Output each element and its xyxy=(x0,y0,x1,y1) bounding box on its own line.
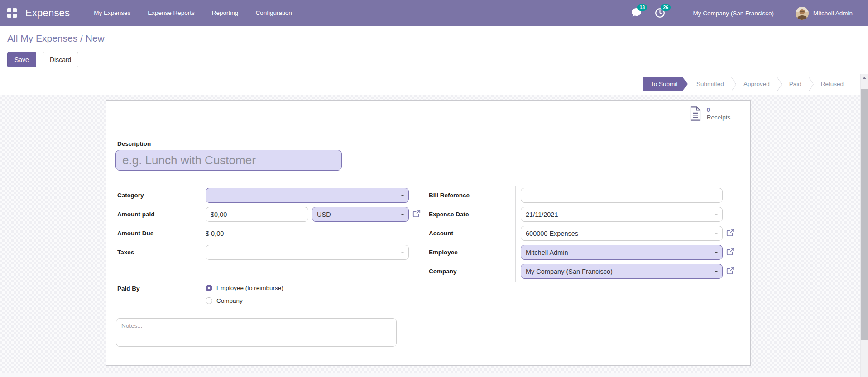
apps-grid-icon[interactable] xyxy=(7,8,17,18)
receipts-label: Receipts xyxy=(707,114,731,121)
breadcrumb-separator: / xyxy=(77,33,86,43)
status-step-approved[interactable]: Approved xyxy=(737,81,777,87)
paid-by-options: Employee (to reimburse) Company xyxy=(206,285,283,310)
vertical-scrollbar[interactable] xyxy=(860,74,868,377)
chevron-down-icon xyxy=(401,252,404,255)
messages-badge: 13 xyxy=(637,4,647,11)
bill-reference-row: Bill Reference xyxy=(429,188,723,203)
category-row: Category xyxy=(117,188,409,203)
currency-select[interactable]: USD xyxy=(312,207,409,222)
nav-item-reporting[interactable]: Reporting xyxy=(203,0,247,26)
taxes-row: Taxes xyxy=(117,245,409,260)
employee-label: Employee xyxy=(429,249,521,256)
account-select[interactable]: 600000 Expenses xyxy=(521,226,723,241)
employee-select[interactable]: Mitchell Admin xyxy=(521,245,723,260)
breadcrumb-parent[interactable]: All My Expenses xyxy=(7,33,77,43)
company-external-link-icon[interactable] xyxy=(726,267,734,277)
employee-external-link-icon[interactable] xyxy=(726,248,734,258)
taxes-select[interactable] xyxy=(206,245,409,260)
account-row: Account 600000 Expenses xyxy=(429,226,734,241)
description-label: Description xyxy=(117,140,151,147)
navbar-right-cluster: 13 26 My Company (San Francisco) xyxy=(619,7,853,20)
currency-value: USD xyxy=(317,211,331,218)
notes-textarea[interactable] xyxy=(116,318,397,347)
status-step-paid[interactable]: Paid xyxy=(782,81,808,87)
status-step-submitted[interactable]: Submitted xyxy=(690,81,731,87)
status-pipeline: To Submit Submitted Approved Paid Refuse… xyxy=(0,74,860,94)
amount-paid-row: Amount paid USD xyxy=(117,207,421,222)
radio-option-employee[interactable]: Employee (to reimburse) xyxy=(206,285,283,291)
action-buttons: Save Discard xyxy=(7,52,78,67)
amount-due-value: $ 0,00 xyxy=(206,230,224,237)
category-label: Category xyxy=(117,192,206,199)
account-label: Account xyxy=(429,230,521,237)
currency-external-link-icon[interactable] xyxy=(412,210,421,220)
radio-option-company[interactable]: Company xyxy=(206,297,283,304)
category-select[interactable] xyxy=(206,188,409,203)
employee-row: Employee Mitchell Admin xyxy=(429,245,734,260)
nav-item-configuration[interactable]: Configuration xyxy=(247,0,300,26)
expense-date-row: Expense Date 21/11/2021 xyxy=(429,207,723,222)
messages-icon[interactable]: 13 xyxy=(631,8,643,19)
breadcrumb-current: New xyxy=(86,33,105,43)
radio-selected-icon xyxy=(206,285,212,291)
user-menu[interactable]: Mitchell Admin xyxy=(813,10,853,17)
receipts-count: 0 xyxy=(707,106,731,113)
receipts-stat-button[interactable]: 0 Receipts xyxy=(669,101,750,126)
app-title[interactable]: Expenses xyxy=(25,7,70,19)
save-button[interactable]: Save xyxy=(7,52,36,67)
company-switcher[interactable]: My Company (San Francisco) xyxy=(693,10,774,17)
status-step-to-submit[interactable]: To Submit xyxy=(643,77,688,91)
activities-icon[interactable]: 26 xyxy=(655,8,667,19)
amount-due-row: Amount Due $ 0,00 xyxy=(117,226,224,241)
chevron-down-icon xyxy=(715,233,718,236)
radio-unselected-icon xyxy=(206,297,212,304)
amount-paid-label: Amount paid xyxy=(117,211,206,218)
content-bottom-strip xyxy=(0,373,860,377)
bill-reference-label: Bill Reference xyxy=(429,192,521,199)
activities-badge: 26 xyxy=(661,4,671,11)
bill-reference-input[interactable] xyxy=(521,188,723,203)
radio-label: Company xyxy=(216,297,243,304)
avatar-image xyxy=(796,7,809,20)
top-navbar: Expenses My Expenses Expense Reports Rep… xyxy=(0,0,868,26)
scrollbar-thumb[interactable] xyxy=(861,89,868,340)
company-label: Company xyxy=(429,268,521,275)
amount-due-label: Amount Due xyxy=(117,230,206,237)
paid-by-label: Paid By xyxy=(117,285,206,292)
user-avatar[interactable] xyxy=(796,7,809,20)
employee-value: Mitchell Admin xyxy=(526,249,568,256)
company-value: My Company (San Francisco) xyxy=(526,268,613,275)
status-chevron-icon xyxy=(777,76,782,92)
document-icon xyxy=(689,106,702,121)
expense-date-label: Expense Date xyxy=(429,211,521,218)
chevron-down-icon xyxy=(401,195,404,198)
amount-paid-input[interactable] xyxy=(206,207,308,222)
scrollbar-up-arrow-icon[interactable] xyxy=(861,74,868,81)
expense-date-value: 21/11/2021 xyxy=(526,211,558,218)
expenses-app-page: Expenses My Expenses Expense Reports Rep… xyxy=(0,0,868,377)
account-external-link-icon[interactable] xyxy=(726,229,734,239)
company-select[interactable]: My Company (San Francisco) xyxy=(521,264,723,279)
form-sheet: 0 Receipts Description Category xyxy=(106,100,751,366)
breadcrumb: All My Expenses / New xyxy=(7,33,105,44)
status-chevron-icon xyxy=(808,76,814,92)
control-panel: All My Expenses / New Save Discard xyxy=(0,26,868,74)
status-step-refused[interactable]: Refused xyxy=(814,81,850,87)
nav-item-my-expenses[interactable]: My Expenses xyxy=(85,0,139,26)
chevron-down-icon xyxy=(715,271,718,274)
company-row: Company My Company (San Francisco) xyxy=(429,264,734,279)
nav-item-expense-reports[interactable]: Expense Reports xyxy=(139,0,203,26)
form-view-background: 0 Receipts Description Category xyxy=(0,95,860,373)
expense-date-select[interactable]: 21/11/2021 xyxy=(521,207,723,222)
chevron-down-icon xyxy=(401,214,404,217)
taxes-label: Taxes xyxy=(117,249,206,256)
description-input[interactable] xyxy=(115,150,342,171)
button-box: 0 Receipts xyxy=(106,101,750,126)
chevron-down-icon xyxy=(715,252,718,255)
radio-label: Employee (to reimburse) xyxy=(216,285,283,291)
discard-button[interactable]: Discard xyxy=(43,52,78,67)
chevron-down-icon xyxy=(715,214,718,217)
paid-by-row: Paid By Employee (to reimburse) Company xyxy=(117,285,283,300)
account-value: 600000 Expenses xyxy=(526,230,578,237)
